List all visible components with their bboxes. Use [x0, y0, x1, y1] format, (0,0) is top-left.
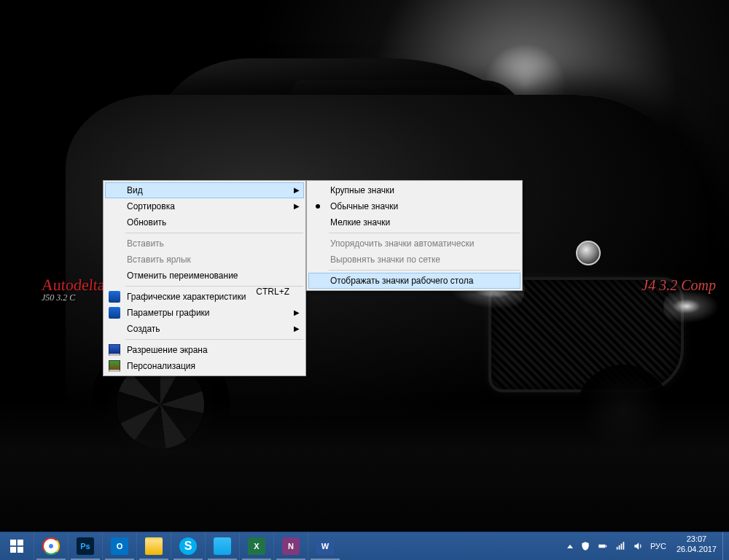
menu-separator	[125, 339, 303, 340]
outlook-icon: O	[111, 537, 128, 555]
language-indicator[interactable]: РУС	[650, 542, 666, 551]
menu-item-label: Параметры графики	[127, 308, 210, 318]
menu-item-screen-resolution[interactable]: Разрешение экрана	[105, 342, 304, 358]
menu-separator	[125, 233, 303, 233]
tray-overflow-icon[interactable]	[567, 545, 573, 548]
svg-rect-9	[623, 542, 624, 550]
menu-item-label: Разрешение экрана	[127, 345, 208, 355]
svg-rect-6	[617, 547, 618, 550]
menu-item-label: Мелкие значки	[330, 217, 390, 228]
menu-separator	[329, 270, 520, 271]
clock-date: 26.04.2017	[677, 545, 717, 555]
skype-icon: S	[179, 537, 197, 555]
menu-item-gfx-params[interactable]: Параметры графики ▶	[105, 305, 304, 321]
submenu-arrow-icon: ▶	[294, 321, 300, 337]
menu-item-paste-shortcut: Вставить ярлык	[105, 252, 304, 268]
taskbar-app-explorer[interactable]	[136, 532, 171, 560]
menu-item-view[interactable]: Вид ▶	[105, 182, 304, 198]
menu-item-label: Обычные значки	[330, 201, 398, 211]
system-tray: РУС	[560, 532, 671, 560]
onenote-icon: N	[282, 537, 300, 555]
menu-item-label: Упорядочить значки автоматически	[330, 238, 474, 249]
menu-item-label: Выровнять значки по сетке	[330, 254, 440, 265]
folder-icon	[145, 537, 163, 555]
svg-rect-5	[606, 545, 607, 547]
submenu-item-align-grid[interactable]: Выровнять значки по сетке	[308, 252, 521, 268]
menu-item-refresh[interactable]: Обновить	[105, 214, 304, 230]
menu-item-label: Вставить	[127, 238, 164, 249]
personalization-icon	[108, 359, 121, 373]
intel-icon	[108, 306, 121, 319]
menu-item-paste: Вставить	[105, 236, 304, 252]
taskbar-app-word[interactable]: W	[308, 532, 342, 560]
menu-item-label: Вид	[127, 185, 143, 195]
radio-selected-icon	[311, 200, 324, 213]
start-button[interactable]	[0, 532, 34, 560]
taskbar-clock[interactable]: 23:07 26.04.2017	[671, 532, 722, 560]
monitor-icon	[108, 343, 121, 357]
menu-item-label: Обновить	[127, 217, 166, 228]
taskbar-app-image-viewer[interactable]	[205, 532, 239, 560]
submenu-arrow-icon: ▶	[294, 305, 300, 321]
svg-rect-8	[620, 544, 622, 550]
menu-item-label: Графические характеристики	[127, 292, 246, 302]
menu-item-personalization[interactable]: Персонализация	[105, 358, 304, 374]
submenu-arrow-icon: ▶	[294, 198, 300, 214]
taskbar-apps: Ps O S X N W	[34, 532, 342, 560]
decal-left-line2: J50 3.2 C	[42, 293, 105, 302]
intel-icon	[108, 290, 121, 303]
show-desktop-button[interactable]	[722, 532, 729, 560]
taskbar-app-outlook[interactable]: O	[102, 532, 136, 560]
menu-item-undo-rename[interactable]: Отменить переименование CTRL+Z	[105, 268, 304, 284]
svg-rect-3	[17, 547, 23, 553]
wallpaper-decal-left: Autodelta J50 3.2 C	[42, 277, 105, 302]
view-submenu: Крупные значки Обычные значки Мелкие зна…	[306, 180, 523, 291]
menu-item-create[interactable]: Создать ▶	[105, 321, 304, 337]
taskbar-app-skype[interactable]: S	[171, 532, 205, 560]
taskbar-app-excel[interactable]: X	[239, 532, 273, 560]
menu-item-label: Вставить ярлык	[127, 254, 191, 265]
volume-icon[interactable]	[633, 541, 643, 551]
security-icon[interactable]	[580, 541, 590, 551]
photoshop-icon: Ps	[77, 537, 94, 555]
floor-reflection	[0, 401, 729, 532]
submenu-item-large-icons[interactable]: Крупные значки	[308, 182, 521, 198]
submenu-item-medium-icons[interactable]: Обычные значки	[308, 198, 521, 214]
desktop[interactable]: Autodelta J50 3.2 C J4 3.2 Comp Вид ▶ Со…	[0, 0, 729, 532]
svg-rect-1	[17, 540, 23, 545]
menu-item-gfx-characteristics[interactable]: Графические характеристики	[105, 289, 304, 305]
windows-logo-icon	[10, 540, 23, 553]
taskbar-app-chrome[interactable]	[34, 532, 68, 560]
taskbar-spacer	[342, 532, 560, 560]
menu-separator	[329, 233, 520, 233]
menu-item-label: Крупные значки	[330, 185, 394, 195]
desktop-context-menu: Вид ▶ Сортировка ▶ Обновить Вставить Вст…	[103, 180, 306, 376]
svg-rect-4	[599, 545, 605, 548]
chrome-icon	[42, 537, 60, 555]
decal-left-line1: Autodelta	[41, 277, 106, 293]
word-icon: W	[316, 537, 334, 555]
taskbar-app-photoshop[interactable]: Ps	[68, 532, 102, 560]
taskbar: Ps O S X N W РУС 23:07 26.04.	[0, 532, 729, 560]
battery-icon[interactable]	[598, 541, 608, 551]
svg-rect-0	[10, 540, 16, 545]
svg-rect-7	[619, 545, 620, 550]
submenu-item-small-icons[interactable]: Мелкие значки	[308, 214, 521, 230]
submenu-item-auto-arrange[interactable]: Упорядочить значки автоматически	[308, 236, 521, 252]
submenu-item-show-desktop-icons[interactable]: Отображать значки рабочего стола	[308, 273, 521, 289]
clock-time: 23:07	[677, 534, 717, 545]
menu-item-sort[interactable]: Сортировка ▶	[105, 198, 304, 214]
taskbar-app-onenote[interactable]: N	[273, 532, 308, 560]
wallpaper-decal-right: J4 3.2 Comp	[642, 277, 716, 294]
menu-item-label: Создать	[127, 324, 160, 334]
network-icon[interactable]	[615, 541, 625, 551]
image-viewer-icon	[214, 537, 231, 555]
menu-item-label: Отображать значки рабочего стола	[330, 276, 473, 286]
svg-rect-2	[10, 547, 16, 553]
menu-item-label: Сортировка	[127, 201, 175, 211]
excel-icon: X	[248, 537, 265, 555]
submenu-arrow-icon: ▶	[294, 183, 300, 198]
menu-item-label: Отменить переименование	[127, 271, 238, 281]
menu-item-label: Персонализация	[127, 361, 195, 371]
